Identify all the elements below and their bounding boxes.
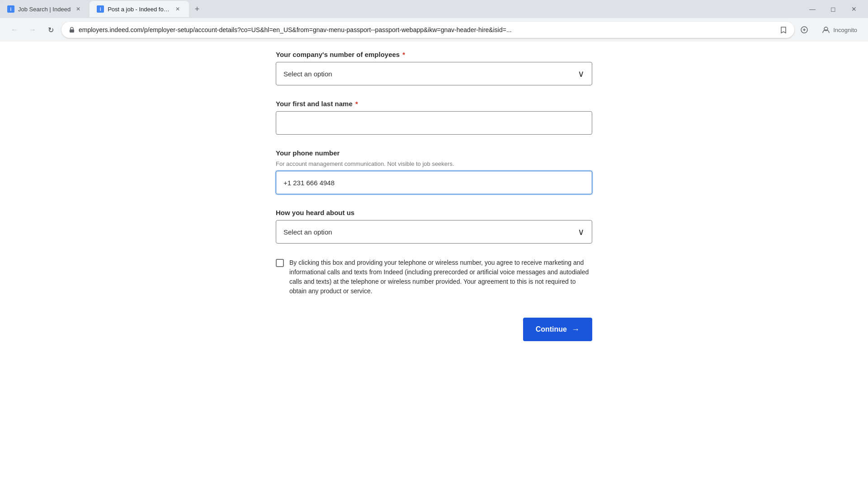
phone-sublabel: For account management communication. No… [276, 160, 592, 167]
address-text: employers.indeed.com/p/employer-setup/ac… [79, 26, 776, 33]
tab-favicon-2: i [97, 5, 104, 13]
reload-button[interactable]: ↻ [43, 23, 58, 37]
address-bar-row: ← → ↻ employers.indeed.com/p/employer-se… [0, 18, 868, 42]
extension-button-1[interactable] [798, 23, 811, 36]
consent-row: By clicking this box and providing your … [276, 258, 592, 296]
continue-button-label: Continue [536, 325, 567, 333]
phone-section: Your phone number For account management… [276, 149, 592, 194]
bookmark-icon[interactable] [780, 26, 787, 33]
name-section: Your first and last name * [276, 100, 592, 135]
phone-label: Your phone number [276, 149, 592, 157]
tab-job-search[interactable]: i Job Search | Indeed ✕ [0, 1, 90, 17]
name-label: Your first and last name * [276, 100, 592, 108]
continue-arrow-icon: → [571, 325, 580, 334]
consent-checkbox[interactable] [276, 259, 284, 267]
phone-input[interactable] [276, 171, 592, 194]
employees-section: Your company's number of employees * Sel… [276, 51, 592, 85]
tab-favicon-1: i [7, 5, 14, 13]
employees-chevron-icon: ∨ [578, 68, 585, 79]
employees-placeholder: Select an option [283, 70, 332, 78]
heard-placeholder: Select an option [283, 228, 332, 236]
name-input[interactable] [276, 111, 592, 135]
back-button[interactable]: ← [7, 23, 22, 37]
continue-button[interactable]: Continue → [523, 318, 592, 341]
heard-label: How you heard about us [276, 209, 592, 216]
tab-close-1[interactable]: ✕ [74, 5, 82, 13]
incognito-badge: Incognito [818, 25, 861, 34]
heard-dropdown[interactable]: Select an option ∨ [276, 220, 592, 244]
lock-icon [69, 27, 75, 33]
page-content: Your company's number of employees * Sel… [0, 42, 868, 488]
extensions-area [798, 23, 814, 36]
form-container: Your company's number of employees * Sel… [258, 42, 610, 368]
heard-section: How you heard about us Select an option … [276, 209, 592, 244]
close-button[interactable]: ✕ [844, 0, 864, 18]
tab-post-job[interactable]: i Post a job - Indeed for Employe... ✕ [90, 1, 189, 17]
tab-bar: i Job Search | Indeed ✕ i Post a job - I… [0, 0, 868, 18]
employees-required: * [401, 51, 405, 58]
employees-label: Your company's number of employees * [276, 51, 592, 58]
window-controls: — ◻ ✕ [802, 0, 868, 18]
incognito-label: Incognito [833, 27, 857, 33]
continue-btn-row: Continue → [276, 318, 592, 341]
address-bar[interactable]: employers.indeed.com/p/employer-setup/ac… [61, 22, 794, 38]
tab-label-2: Post a job - Indeed for Employe... [108, 6, 170, 13]
svg-rect-0 [70, 29, 74, 33]
employees-dropdown[interactable]: Select an option ∨ [276, 62, 592, 85]
forward-button[interactable]: → [25, 23, 40, 37]
tab-close-2[interactable]: ✕ [174, 5, 182, 13]
heard-chevron-icon: ∨ [578, 226, 585, 237]
consent-label: By clicking this box and providing your … [289, 258, 592, 296]
minimize-button[interactable]: — [802, 0, 823, 18]
browser-window: i Job Search | Indeed ✕ i Post a job - I… [0, 0, 868, 488]
new-tab-button[interactable]: + [191, 3, 203, 15]
maximize-button[interactable]: ◻ [823, 0, 844, 18]
tab-label-1: Job Search | Indeed [18, 6, 71, 13]
name-required: * [354, 100, 358, 108]
